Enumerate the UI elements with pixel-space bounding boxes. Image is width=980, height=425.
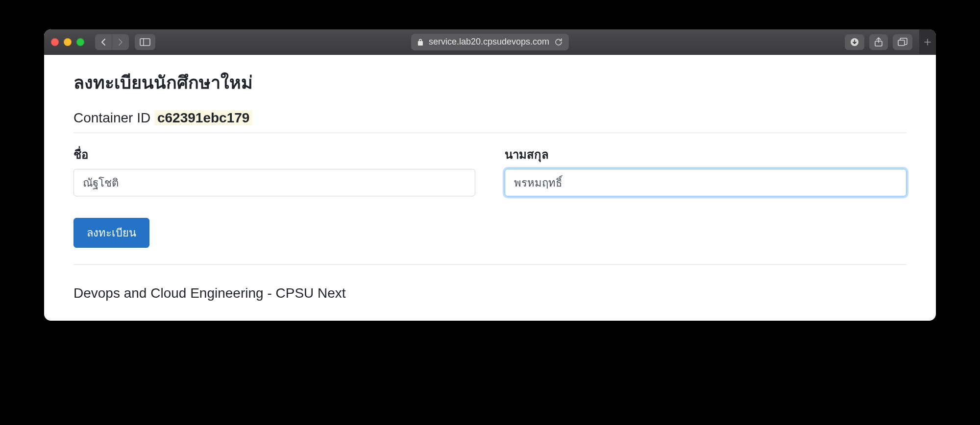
- tabs-button[interactable]: [893, 34, 912, 50]
- last-name-input[interactable]: [505, 169, 906, 196]
- page-title: ลงทะเบียนนักศึกษาใหม่: [74, 69, 906, 96]
- sidebar-icon: [140, 38, 150, 46]
- sidebar-toggle-button[interactable]: [135, 34, 155, 50]
- container-id-label: Container ID: [74, 110, 150, 125]
- container-id-value: c62391ebc179: [154, 110, 252, 125]
- plus-icon: [924, 39, 931, 46]
- share-button[interactable]: [869, 34, 888, 50]
- downloads-button[interactable]: [845, 34, 864, 50]
- share-icon: [874, 37, 883, 47]
- minimize-window-button[interactable]: [64, 38, 72, 46]
- address-bar[interactable]: service.lab20.cpsudevops.com: [411, 34, 569, 50]
- footer-text: Devops and Cloud Engineering - CPSU Next: [74, 277, 906, 301]
- browser-toolbar: service.lab20.cpsudevops.com: [44, 29, 936, 55]
- back-button[interactable]: [95, 34, 112, 50]
- reload-icon: [554, 38, 563, 47]
- forward-button[interactable]: [112, 34, 129, 50]
- address-bar-text: service.lab20.cpsudevops.com: [429, 37, 549, 47]
- container-id-line: Container ID c62391ebc179: [74, 110, 906, 126]
- last-name-group: นามสกุล: [505, 145, 906, 196]
- svg-rect-4: [898, 40, 905, 46]
- tabs-icon: [898, 38, 907, 47]
- divider: [74, 133, 906, 133]
- last-name-label: นามสกุล: [505, 145, 906, 164]
- first-name-input[interactable]: [74, 169, 475, 196]
- reload-button[interactable]: [554, 38, 563, 47]
- lock-icon: [417, 38, 424, 46]
- divider: [74, 264, 906, 265]
- nav-back-forward: [95, 34, 129, 50]
- toolbar-right: [845, 29, 929, 55]
- submit-button[interactable]: ลงทะเบียน: [74, 218, 149, 248]
- first-name-group: ชื่อ: [74, 145, 475, 196]
- first-name-label: ชื่อ: [74, 145, 475, 164]
- browser-window: service.lab20.cpsudevops.com ลงทะเบียนนั…: [44, 29, 936, 321]
- window-controls: [51, 38, 84, 46]
- zoom-window-button[interactable]: [76, 38, 84, 46]
- chevron-right-icon: [117, 38, 124, 46]
- svg-rect-0: [140, 39, 150, 46]
- close-window-button[interactable]: [51, 38, 59, 46]
- download-icon: [850, 38, 859, 47]
- form-row-name: ชื่อ นามสกุล: [74, 145, 906, 196]
- chevron-left-icon: [100, 38, 107, 46]
- new-tab-button[interactable]: [919, 29, 936, 55]
- page-content: ลงทะเบียนนักศึกษาใหม่ Container ID c6239…: [44, 55, 936, 321]
